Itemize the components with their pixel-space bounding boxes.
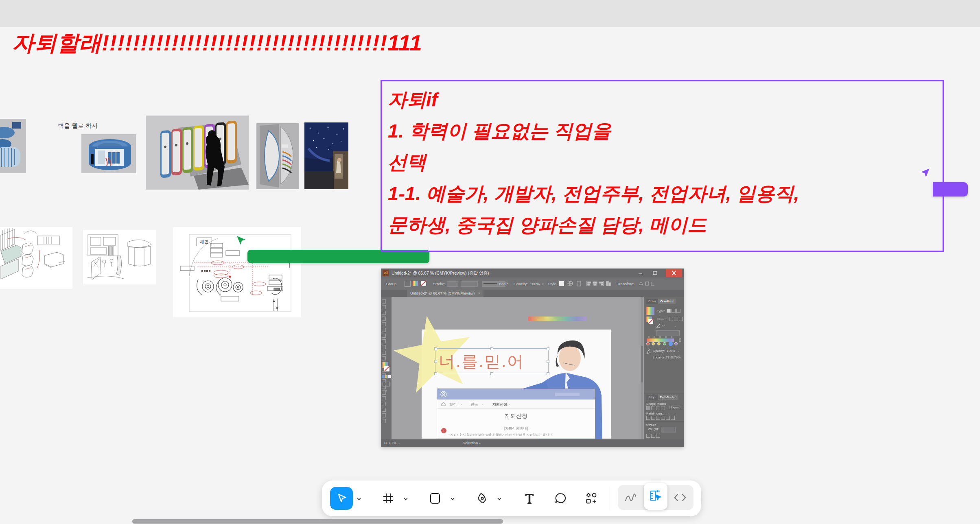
note-line: 자퇴if [388, 84, 937, 115]
draw-annotate-button[interactable] [623, 491, 637, 504]
frame-tool-chevron[interactable] [403, 496, 409, 502]
render-image-round-booth[interactable] [0, 119, 26, 173]
ai-tool-column: ••• [381, 297, 392, 439]
mode-toggle-group [618, 485, 693, 510]
arrange-icons [638, 281, 654, 286]
ai-pathfinder-tab: Pathfinder [658, 395, 678, 400]
frame-icon [382, 492, 395, 505]
text-tool-button[interactable] [518, 487, 541, 510]
stroke-swatch-icon [421, 281, 426, 286]
ai-location-label: Location: [653, 356, 666, 359]
text-icon [523, 492, 536, 505]
align-icons [586, 281, 611, 286]
pen-tool-chevron[interactable] [497, 496, 502, 502]
ai-window-title: Untitled-2* @ 66.67 % (CMYK/Preview) (응답… [392, 271, 489, 276]
sketch-image-shelf-drawings[interactable] [0, 227, 72, 289]
ai-zoom-level: 66.67% [384, 441, 397, 445]
wall-note-label[interactable]: 벽을 뭘로 하지 [58, 122, 98, 130]
shape-tool-chevron[interactable] [450, 496, 455, 502]
canvas-title-text[interactable]: 자퇴할래!!!!!!!!!!!!!!!!!!!!!!!!!!!!!!!!!!!!… [12, 28, 422, 58]
maximize-icon [649, 269, 661, 277]
toolbar-divider [610, 487, 610, 510]
ai-document-tab: Untitled-2* @ 66.67 % (CMYK/Preview) × [407, 290, 483, 297]
sketch-image-storefront[interactable] [83, 230, 156, 284]
ai-status-bar: 66.67% ⌄ Selection ▸ [381, 439, 684, 447]
ai-stroke-proxy [648, 319, 653, 324]
webpage-notice-title: [자퇴신청 안내] [437, 426, 595, 431]
note-line: 1. 학력이 필요없는 직업을 [388, 115, 937, 146]
ai-gradient-stops [645, 336, 680, 347]
move-tool-chevron[interactable] [356, 496, 362, 502]
ai-gradient-stroke-label: Stroke: [657, 317, 667, 321]
webpage-notice-line: • 자퇴신청시 학과장님과 상담을 진행하여야 하며 상담 후 자퇴처리가 됩니… [448, 433, 593, 437]
window-top-bar [0, 0, 980, 27]
webpage-nav-item: 변동 [470, 402, 478, 407]
move-tool-button[interactable] [330, 487, 353, 510]
style-swatch-icon [559, 281, 564, 286]
ai-gradient-tab: Gradient [658, 299, 676, 304]
ai-style-label: Style: [548, 282, 558, 286]
purple-collaborator-cursor [915, 165, 933, 183]
render-image-curved-panel[interactable] [256, 123, 299, 189]
rectangle-icon [429, 492, 442, 505]
ai-stroke-label: Stroke: [433, 282, 445, 286]
ai-opacity-value: 100% [530, 282, 540, 286]
diagram-title-box: 해면 [197, 238, 212, 246]
move-cursor-icon [335, 492, 348, 504]
ai-right-panel: ColorGradient Type: Stroke: 0° ⌄ [644, 297, 684, 447]
ai-transform-label: Transform [617, 282, 634, 286]
ai-angle-icon [656, 324, 660, 328]
ai-location-value: 77.8079% [666, 356, 680, 359]
close-icon [666, 269, 682, 277]
ai-g-opacity-label: Opacity: [653, 349, 665, 353]
green-collaborator-cursor [234, 234, 250, 250]
photo-image-starry-room[interactable] [304, 122, 348, 189]
ai-color-tab: Color [646, 299, 658, 304]
ai-canvas-area: 너.를.믿.어 [392, 297, 644, 439]
ai-pathfinders-label: Pathfinders: [646, 412, 664, 415]
render-image-color-purifiers[interactable] [146, 116, 249, 190]
globe-icon [567, 281, 573, 286]
illustrator-logo-icon: Ai [383, 270, 389, 276]
minimize-icon [634, 269, 646, 277]
inspect-tool-button[interactable] [644, 483, 667, 510]
purple-rectangle-object[interactable] [933, 182, 968, 196]
inspect-ruler-cursor-icon [649, 489, 663, 503]
actions-tool-button[interactable] [580, 487, 603, 510]
ai-shape-modes-label: Shape Modes: [646, 402, 667, 406]
ai-weight-label: Weight: [648, 427, 659, 431]
ai-stroke-panel-title: Stroke [644, 421, 684, 427]
ai-screen-mode-icon [383, 382, 390, 386]
ai-angle-value: 0° [662, 324, 665, 328]
pen-tool-button[interactable] [470, 487, 493, 510]
render-image-cylinder-kiosk[interactable] [81, 134, 136, 173]
ai-webpage-object: 학적 ⌄ 변동 ⌄ 자퇴신청 ⌄ 자퇴신청 [자퇴신청 안내] i • 자퇴신청… [437, 389, 595, 439]
ai-type-label: Type: [657, 309, 665, 313]
webpage-nav-item: 학적 [449, 402, 457, 407]
document-setup-icon [576, 281, 582, 286]
figma-toolbar [322, 480, 701, 516]
ai-gradient-bar-object [528, 317, 586, 321]
ai-align-tab: Align [646, 395, 658, 400]
note-line: 선택 [388, 146, 937, 178]
webpage-user-icon [440, 391, 447, 397]
webpage-heading: 자퇴신청 [437, 413, 595, 420]
note-text-box[interactable]: 자퇴if 1. 학력이 필요없는 직업을 선택 1-1. 예술가, 개발자, 전… [381, 80, 944, 252]
illustrator-screenshot-object[interactable]: Ai Untitled-2* @ 66.67 % (CMYK/Preview) … [381, 269, 684, 447]
ai-brush-name: Basic [499, 282, 508, 286]
ai-opacity-label: Opacity: [514, 282, 528, 286]
ai-group-label: Group [386, 282, 396, 286]
comment-tool-button[interactable] [549, 487, 572, 510]
ai-vertical-scrollbar [641, 297, 643, 439]
ai-title-bar: Ai Untitled-2* @ 66.67 % (CMYK/Preview) … [381, 269, 684, 277]
ai-expand-button: Expand [669, 406, 682, 409]
shape-tool-button[interactable] [424, 487, 446, 510]
horizontal-scrollbar[interactable] [132, 519, 503, 524]
fill-swatch-icon [413, 281, 418, 286]
ai-stroke-none-swatch [384, 366, 389, 371]
ai-current-tool: Selection [463, 441, 478, 445]
note-line: 문하생, 중국집 양파손질 담당, 메이드 [388, 209, 937, 240]
frame-tool-button[interactable] [377, 487, 400, 510]
dev-code-button[interactable] [673, 491, 687, 504]
ai-more-tools-icon: ••• [383, 389, 387, 393]
